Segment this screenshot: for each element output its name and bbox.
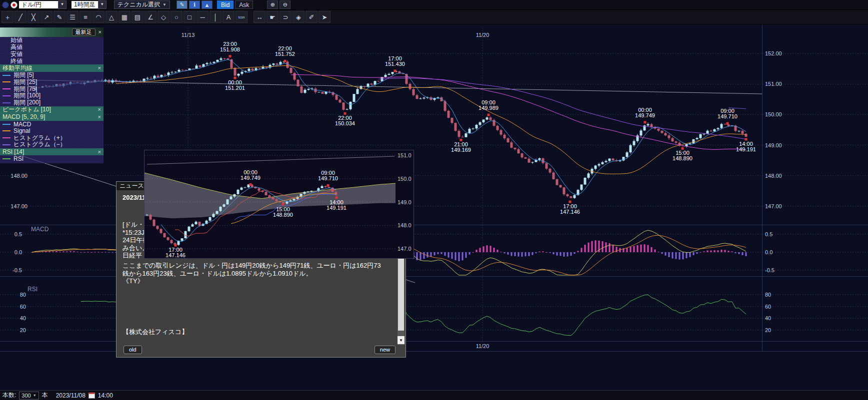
chart-style-button[interactable]: ▲ [202,0,212,9]
legend-row: RSI × [0,155,104,162]
news-text-line: 銭から163円23銭、ユーロ・ドルは1.0895ドルから1.0910ドル。 [122,270,396,278]
line-color-swatch [2,144,10,145]
svg-text:11/20: 11/20 [476,343,490,349]
close-icon[interactable]: × [98,107,101,112]
tool-arrow-line[interactable]: ↗ [40,11,52,23]
legend-label: RSI [14] [2,148,24,155]
close-icon[interactable]: × [98,65,101,71]
line-color-swatch [2,124,10,125]
price-axis-labels: 151.0150.0149.0148.0147.0 [398,152,412,252]
draw-edit-button[interactable]: ✎ [176,0,188,9]
zoom-in-button[interactable]: ⊕ [267,0,278,9]
new-button[interactable]: new [374,346,396,354]
old-button[interactable]: old [124,346,142,354]
svg-text:147.00: 147.00 [10,203,28,209]
svg-text:11/13: 11/13 [182,32,195,38]
timeframe-select[interactable]: 1時間足 ▼ [72,0,106,9]
bid-button[interactable]: Bid [217,0,234,9]
svg-text:149.710: 149.710 [718,113,738,119]
zoom-in-icon: ⊕ [270,1,275,8]
time-value: 14:00 [98,392,113,399]
tool-angle[interactable]: ∠ [144,11,156,23]
svg-text:151.201: 151.201 [225,85,245,91]
svg-text:148.890: 148.890 [273,212,293,218]
svg-text:151.752: 151.752 [275,51,295,57]
tool-gann-grid[interactable]: ▦ [118,11,130,23]
ask-button[interactable]: Ask [235,0,253,9]
zoom-chart-window[interactable]: 151.0150.0149.0148.0147.017:00147.14600:… [144,150,414,259]
bar-count-select[interactable]: 300 ▼ [19,392,38,400]
tool-vertical-line[interactable]: │ [210,11,222,23]
tool-settings[interactable]: ➤ [318,11,330,23]
tool-magnet[interactable]: ⊃ [280,11,292,23]
svg-text:152.00: 152.00 [765,50,782,56]
peak-bottom-marker [250,183,252,186]
tool-brush[interactable]: ✐ [306,11,318,23]
svg-text:149.0: 149.0 [398,199,412,205]
peak-bottom-marker [229,55,232,57]
peak-bottom-marker [327,184,330,187]
tool-cross-lines[interactable]: ╳ [28,11,40,23]
peak-bottom-marker [460,139,462,141]
tool-crosshair[interactable]: ＋ [2,11,14,23]
legend-label: RSI [14,155,24,162]
bar-count-value: 300 [22,393,30,399]
news-source: 【株式会社フィスコ】 [122,328,188,337]
tool-hand[interactable]: ☛ [266,11,278,23]
svg-text:148.00: 148.00 [10,173,28,179]
chevron-down-icon: ▼ [33,394,36,397]
svg-text:-0.5: -0.5 [765,267,774,273]
svg-text:80: 80 [765,292,771,298]
zoom-chart[interactable]: 151.0150.0149.0148.0147.017:00147.14600:… [144,150,414,258]
news-text-line: ここまでの取引レンジは、ドル・円は149円20銭から149円71銭、ユーロ・円は… [122,262,396,270]
legend-label: ピークボトム [10] [2,105,51,114]
tool-eraser[interactable]: ◈ [292,11,304,23]
tool-vertical-grid[interactable]: ▤ [132,11,144,23]
tool-polygon[interactable]: ◇ [158,11,170,23]
zoom-out-icon: ⊖ [283,1,288,8]
trading-app-window: 152.00151.00150.00149.00148.00147.00148.… [0,0,868,400]
svg-text:151.0: 151.0 [398,152,412,158]
svg-text:150.0: 150.0 [398,176,412,182]
tool-pencil[interactable]: ✎ [54,11,66,23]
chevron-down-icon[interactable]: ▼ [58,0,66,9]
legend-row: ヒストグラム（−） × [0,141,104,148]
close-icon[interactable]: × [98,29,102,35]
tool-fibonacci-arc[interactable]: ◠ [92,11,104,23]
tool-trendline[interactable]: ╱ [14,11,26,23]
tool-horizontal-line[interactable]: ─ [196,11,208,23]
svg-text:150.00: 150.00 [765,111,782,117]
svg-text:0.5: 0.5 [765,231,772,237]
svg-text:0.0: 0.0 [765,249,772,255]
usd-flag-icon [2,1,9,8]
info-button[interactable]: ℹ [189,0,200,9]
svg-text:RSI: RSI [28,286,38,293]
chevron-down-icon[interactable]: ▼ [98,0,106,9]
close-icon[interactable]: × [98,114,101,120]
tool-horizontal-levels[interactable]: ☰ [66,11,78,23]
tool-parallel-lines[interactable]: ≡ [80,11,92,23]
tool-rectangle[interactable]: □ [184,11,196,23]
peak-bottom-marker [174,244,177,247]
legend-row: RSI [14] × [0,148,104,156]
technical-select-button[interactable]: テクニカル選択 ▼ [114,0,170,9]
news-body-text: ここまでの取引レンジは、ドル・円は149円20銭から149円71銭、ユーロ・円は… [122,262,396,285]
peak-bottom-marker [726,122,729,125]
scroll-down-button[interactable]: ▼ [398,336,404,344]
currency-pair-select[interactable]: ドル/円 ▼ [19,0,66,9]
tool-fibonacci-fan[interactable]: △ [106,11,118,23]
line-color-swatch [2,95,10,96]
svg-text:149.989: 149.989 [478,105,498,111]
close-icon[interactable]: × [98,149,101,155]
line-color-swatch [2,75,10,76]
tool-text[interactable]: A [222,11,234,23]
zoom-out-button[interactable]: ⊖ [280,0,290,9]
calendar-icon[interactable] [88,393,95,399]
line-color-swatch [2,88,10,89]
latest-bar-button[interactable]: 最新足 [72,28,96,36]
tool-move[interactable]: ↔ [254,11,266,23]
tool-icon-stamp[interactable]: icon [236,11,248,23]
tool-ellipse[interactable]: ○ [170,11,182,23]
peak-bottom-marker [682,147,684,150]
svg-text:151.430: 151.430 [385,61,405,67]
